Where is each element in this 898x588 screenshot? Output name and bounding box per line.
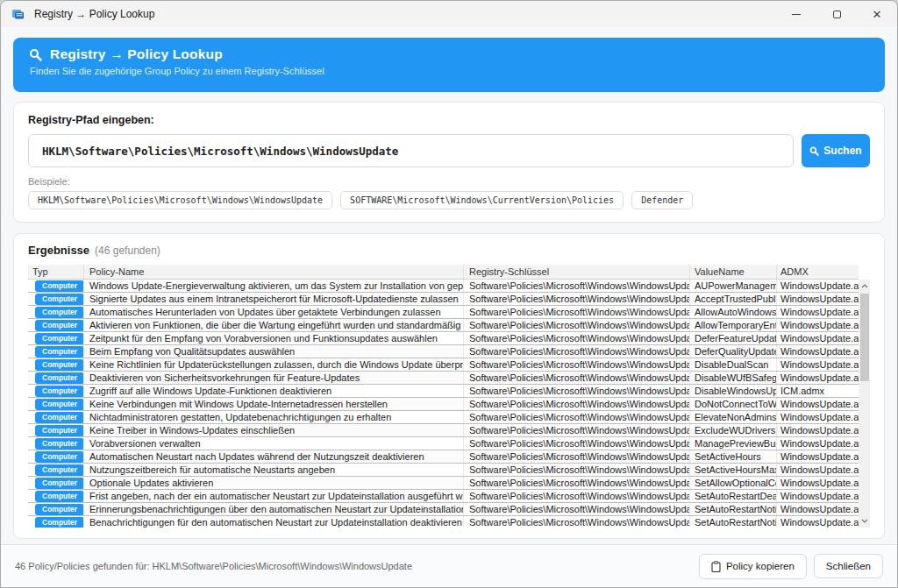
policy-name-cell: Vorabversionen verwalten: [84, 437, 464, 450]
value-name-cell: SetActiveHoursMaxRange: [690, 464, 777, 476]
search-card: Registry-Pfad eingeben: Suchen Beispiele…: [13, 102, 885, 223]
table-row[interactable]: Computer Nutzungszeitbereich für automat…: [28, 464, 859, 477]
admx-cell: WindowsUpdate.admx: [777, 372, 859, 384]
table-row[interactable]: Computer Optionale Updates aktivieren So…: [28, 477, 859, 490]
table-row[interactable]: Computer Vorabversionen verwalten Softwa…: [28, 437, 859, 450]
results-table-body: Computer Windows Update-Energieverwaltun…: [28, 280, 870, 528]
example-chip-defender[interactable]: Defender: [631, 191, 693, 209]
admx-cell: WindowsUpdate.admx: [777, 516, 859, 528]
type-badge: Computer: [35, 320, 84, 331]
table-scrollbar[interactable]: [859, 280, 870, 528]
results-table: Typ Policy-Name Registry-Schlüssel Value…: [28, 265, 870, 528]
value-name-cell: SetAutoRestartNotificationD: [690, 516, 777, 528]
search-button-icon: [809, 146, 819, 156]
column-header-admx[interactable]: ADMX: [777, 265, 859, 279]
copy-policy-label: Policy kopieren: [726, 561, 795, 571]
maximize-button[interactable]: [816, 1, 857, 27]
admx-cell: WindowsUpdate.admx: [777, 411, 859, 423]
scroll-down-icon[interactable]: [859, 515, 870, 527]
registry-key-cell: Software\Policies\Microsoft\Windows\Wind…: [464, 464, 690, 476]
column-header-valuename[interactable]: ValueName: [690, 265, 777, 279]
table-row[interactable]: Computer Keine Treiber in Windows-Update…: [28, 424, 859, 437]
copy-policy-button[interactable]: Policy kopieren: [699, 554, 807, 579]
registry-key-cell: Software\Policies\Microsoft\Windows\Wind…: [464, 306, 690, 318]
table-row[interactable]: Computer Signierte Updates aus einem Int…: [28, 293, 859, 306]
value-name-cell: AllowTemporaryEnterpriseFC: [690, 319, 777, 331]
admx-cell: WindowsUpdate.admx: [777, 450, 859, 463]
policy-name-cell: Nichtadministratoren gestatten, Updatebe…: [84, 411, 464, 423]
column-header-typ[interactable]: Typ: [28, 265, 84, 279]
table-row[interactable]: Computer Automatischen Neustart nach Upd…: [28, 450, 859, 464]
policy-name-cell: Aktivieren von Funktionen, die über die …: [84, 319, 464, 331]
registry-key-cell: Software\Policies\Microsoft\Windows\Wind…: [464, 319, 690, 331]
table-row[interactable]: Computer Beim Empfang von Qualitätsupdat…: [28, 345, 859, 358]
registry-path-label: Registry-Pfad eingeben:: [28, 114, 870, 126]
admx-cell: WindowsUpdate.admx: [777, 293, 859, 305]
admx-cell: WindowsUpdate.admx: [777, 398, 859, 410]
example-chips: HKLM\Software\Policies\Microsoft\Windows…: [28, 191, 870, 209]
minimize-button[interactable]: [776, 1, 816, 27]
registry-path-input[interactable]: [28, 134, 794, 167]
table-row[interactable]: Computer Deaktivieren von Sicherheitsvor…: [28, 372, 859, 385]
policy-name-cell: Windows Update-Energieverwaltung aktivie…: [84, 280, 464, 292]
close-dialog-button[interactable]: Schließen: [814, 554, 883, 578]
column-header-registry-key[interactable]: Registry-Schlüssel: [464, 265, 690, 279]
admx-cell: WindowsUpdate.admx: [777, 280, 859, 292]
page-title: Registry → Policy Lookup: [50, 46, 223, 62]
admx-cell: WindowsUpdate.admx: [777, 319, 859, 331]
type-badge: Computer: [35, 451, 84, 463]
example-chip-windowsupdate[interactable]: HKLM\Software\Policies\Microsoft\Windows…: [28, 191, 332, 209]
window-title: Registry → Policy Lookup: [34, 8, 154, 20]
table-row[interactable]: Computer Windows Update-Energieverwaltun…: [28, 280, 859, 293]
type-badge: Computer: [35, 280, 84, 292]
table-row[interactable]: Computer Nichtadministratoren gestatten,…: [28, 411, 859, 424]
registry-key-cell: Software\Policies\Microsoft\Windows\Wind…: [464, 385, 690, 397]
policy-name-cell: Erinnerungsbenachrichtigungen über den a…: [84, 503, 464, 515]
type-badge: Computer: [35, 478, 84, 489]
table-row[interactable]: Computer Erinnerungsbenachrichtigungen ü…: [28, 503, 859, 516]
type-badge: Computer: [35, 307, 84, 318]
value-name-cell: AllowAutoWindowsUpdateDownload: [690, 306, 777, 318]
type-badge: Computer: [35, 294, 84, 305]
column-header-policy-name[interactable]: Policy-Name: [84, 265, 464, 279]
value-name-cell: DisableDualScan: [690, 358, 777, 371]
type-badge: Computer: [35, 412, 84, 423]
policy-name-cell: Signierte Updates aus einem Intranetspei…: [84, 293, 464, 305]
registry-key-cell: Software\Policies\Microsoft\Windows\Wind…: [464, 450, 690, 463]
value-name-cell: AUPowerManagement: [690, 280, 777, 292]
results-card: Ergebnisse (46 gefunden) Typ Policy-Name…: [13, 233, 885, 539]
table-row[interactable]: Computer Benachrichtigungen für den auto…: [28, 516, 859, 528]
status-text: 46 Policy/Policies gefunden für: HKLM\So…: [15, 561, 692, 571]
close-button[interactable]: ✕: [857, 1, 897, 27]
admx-cell: WindowsUpdate.admx: [777, 358, 859, 371]
type-badge: Computer: [35, 359, 84, 371]
table-row[interactable]: Computer Keine Verbindungen mit Windows …: [28, 398, 859, 411]
table-row[interactable]: Computer Frist angeben, nach der ein aut…: [28, 490, 859, 503]
type-badge: Computer: [35, 517, 84, 528]
table-row[interactable]: Computer Keine Richtlinien für Updaterüc…: [28, 358, 859, 372]
policy-name-cell: Zugriff auf alle Windows Update-Funktion…: [84, 385, 464, 397]
scroll-up-icon[interactable]: [859, 280, 870, 292]
table-row[interactable]: Computer Zeitpunkt für den Empfang von V…: [28, 332, 859, 345]
value-name-cell: DeferFeatureUpdates: [690, 332, 777, 344]
registry-key-cell: Software\Policies\Microsoft\Windows\Wind…: [464, 293, 690, 305]
admx-cell: WindowsUpdate.admx: [777, 503, 859, 515]
policy-name-cell: Keine Verbindungen mit Windows Update-In…: [84, 398, 464, 410]
type-badge: Computer: [35, 372, 84, 384]
registry-key-cell: Software\Policies\Microsoft\Windows\Wind…: [464, 332, 690, 344]
admx-cell: ICM.admx: [777, 385, 859, 397]
results-heading: Ergebnisse: [28, 244, 89, 257]
app-window: Registry → Policy Lookup ✕ Registry → Po…: [0, 0, 898, 588]
minimize-icon: [792, 14, 801, 15]
search-button-label: Suchen: [823, 145, 861, 157]
policy-name-cell: Keine Richtlinien für Updaterückstellung…: [84, 358, 464, 371]
policy-name-cell: Beim Empfang von Qualitätsupdates auswäh…: [84, 345, 464, 358]
policy-name-cell: Zeitpunkt für den Empfang von Vorabversi…: [84, 332, 464, 344]
example-chip-currentversion-policies[interactable]: SOFTWARE\Microsoft\Windows\CurrentVersio…: [340, 191, 624, 209]
policy-name-cell: Nutzungszeitbereich für automatische Neu…: [84, 464, 464, 476]
table-row[interactable]: Computer Automatisches Herunterladen von…: [28, 306, 859, 319]
scrollbar-thumb[interactable]: [860, 294, 869, 381]
search-button[interactable]: Suchen: [802, 134, 870, 167]
table-row[interactable]: Computer Aktivieren von Funktionen, die …: [28, 319, 859, 332]
table-row[interactable]: Computer Zugriff auf alle Windows Update…: [28, 385, 859, 398]
